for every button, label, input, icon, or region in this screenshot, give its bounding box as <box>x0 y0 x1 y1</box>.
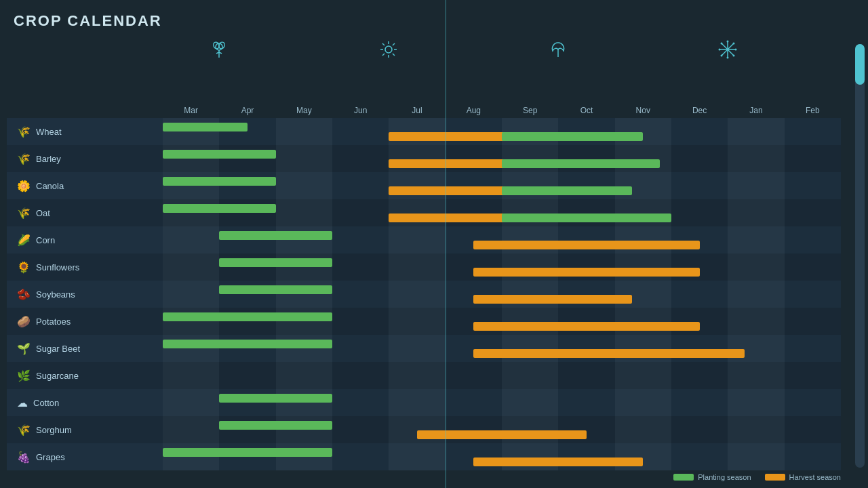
month-label-aug: Aug <box>446 106 502 118</box>
harvest-legend-label: Harvest season <box>789 473 841 481</box>
crop-label-corn: 🌽Corn <box>7 234 163 247</box>
svg-point-21 <box>727 57 729 59</box>
crop-bars <box>163 172 841 199</box>
crop-row: 🌻Sunflowers <box>7 253 841 281</box>
crop-name: Grapes <box>36 452 65 462</box>
month-label-nov: Nov <box>615 106 671 118</box>
month-col-oct: Oct <box>558 106 614 118</box>
season-icons-row <box>163 37 841 70</box>
crop-label-sugar-beet: 🌱Sugar Beet <box>7 342 163 355</box>
crop-bars <box>163 335 841 362</box>
crop-label-sugarcane: 🌿Sugarcane <box>7 369 163 382</box>
crop-bar <box>473 295 631 304</box>
month-col-dec: Dec <box>671 106 728 118</box>
svg-point-25 <box>733 55 735 57</box>
crop-bars <box>163 389 841 416</box>
crop-label-soybeans: 🫘Soybeans <box>7 288 163 301</box>
crop-bar <box>473 241 699 249</box>
svg-line-11 <box>382 43 384 45</box>
crop-icon: 🫘 <box>17 288 31 301</box>
crop-name: Barley <box>36 154 61 164</box>
month-col-may: May <box>276 106 332 118</box>
harvest-legend: Harvest season <box>765 473 841 481</box>
crop-label-grapes: 🍇Grapes <box>7 451 163 464</box>
scrollbar-thumb[interactable] <box>855 44 865 85</box>
crop-icon: 🌾 <box>17 424 31 436</box>
crop-bar <box>219 258 332 267</box>
crop-bar <box>163 150 276 159</box>
crop-bars <box>163 199 841 226</box>
month-col-jun: Jun <box>332 106 389 118</box>
crop-row: 🍇Grapes <box>7 443 841 470</box>
crop-bars <box>163 226 841 253</box>
crop-label-oat: 🌾Oat <box>7 207 163 220</box>
summer-icon <box>379 40 398 62</box>
crop-bars <box>163 145 841 172</box>
crop-bar <box>219 394 332 403</box>
autumn-icon <box>549 40 568 62</box>
crop-name: Canola <box>36 181 64 191</box>
crop-row: 🌾Oat <box>7 199 841 226</box>
month-label-feb: Feb <box>785 106 841 118</box>
svg-point-20 <box>727 41 729 43</box>
month-label-jun: Jun <box>332 106 389 118</box>
crop-name: Sorghum <box>36 425 72 435</box>
crop-name: Cotton <box>33 398 59 408</box>
svg-point-27 <box>721 55 723 57</box>
crop-bar <box>219 285 332 294</box>
crop-bar <box>473 322 699 331</box>
crop-label-wheat: 🌾Wheat <box>7 125 163 138</box>
month-label-may: May <box>276 106 332 118</box>
crop-name: Soybeans <box>36 289 75 300</box>
crop-bars <box>163 443 841 470</box>
crop-bar <box>502 159 660 168</box>
crop-bar <box>502 214 671 222</box>
crop-icon: 🍇 <box>17 451 31 464</box>
crop-row: 🌾Barley <box>7 145 841 172</box>
legend: Planting season Harvest season <box>673 473 841 481</box>
svg-point-26 <box>733 43 735 45</box>
crop-bar <box>163 312 332 321</box>
planting-legend-label: Planting season <box>698 473 751 481</box>
crop-bar <box>502 132 643 141</box>
month-col-aug: Aug <box>446 106 502 118</box>
svg-line-14 <box>382 54 384 56</box>
crop-row: ☁Cotton <box>7 389 841 416</box>
crop-bar <box>219 421 332 430</box>
crop-name: Wheat <box>36 127 62 137</box>
crop-name: Sugarcane <box>36 371 79 381</box>
svg-point-24 <box>721 43 723 45</box>
scrollbar[interactable] <box>855 44 865 468</box>
crop-bar <box>163 204 276 213</box>
crop-icon: 🌼 <box>17 180 31 192</box>
crop-bars <box>163 416 841 443</box>
months-header: MarAprMayJunJulAugSepOctNovDecJanFeb <box>163 70 841 118</box>
month-col-feb: Feb <box>785 106 841 118</box>
crop-bars <box>163 118 841 145</box>
crop-bar <box>473 349 745 358</box>
crop-name: Sugar Beet <box>36 344 80 354</box>
month-label-oct: Oct <box>558 106 614 118</box>
crop-icon: 🌽 <box>17 234 31 247</box>
planting-legend-box <box>673 474 694 481</box>
month-col-jan: Jan <box>728 106 784 118</box>
crop-label-canola: 🌼Canola <box>7 180 163 192</box>
spring-icon <box>210 40 229 62</box>
crop-bars <box>163 281 841 308</box>
crop-name: Potatoes <box>36 317 71 327</box>
svg-point-6 <box>385 46 392 53</box>
crop-row: 🌼Canola <box>7 172 841 199</box>
crop-bar <box>163 123 248 131</box>
month-col-sep: Sep <box>502 106 558 118</box>
crop-bar <box>163 340 332 348</box>
crop-name: Oat <box>36 208 50 218</box>
crop-row: 🫘Soybeans <box>7 281 841 308</box>
calendar-wrapper: MarAprMayJunJulAugSepOctNovDecJanFeb 🌾Wh… <box>0 37 868 470</box>
crop-row: 🌾Sorghum <box>7 416 841 443</box>
crop-label-barley: 🌾Barley <box>7 152 163 165</box>
month-label-apr: Apr <box>219 106 275 118</box>
month-col-jul: Jul <box>389 106 445 118</box>
svg-line-12 <box>393 54 395 56</box>
crop-row: 🌽Corn <box>7 226 841 253</box>
crop-name: Corn <box>36 235 55 245</box>
